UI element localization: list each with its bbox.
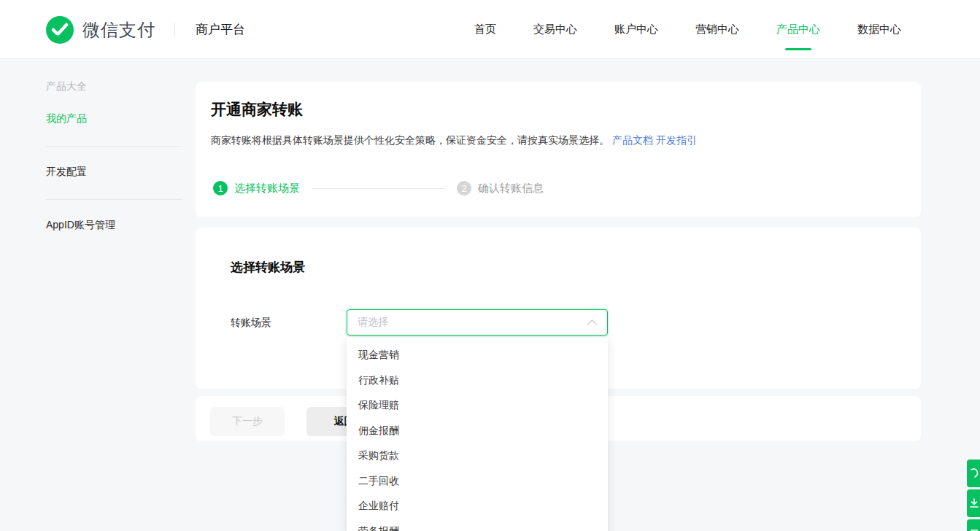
check-icon: [51, 23, 69, 37]
page-title: 开通商家转账: [211, 99, 303, 120]
nav-item-data-center[interactable]: 数据中心: [857, 23, 901, 36]
sidebar-item-dev-config[interactable]: 开发配置: [46, 166, 185, 179]
step-connector: [312, 188, 445, 189]
description-text: 商家转账将根据具体转账场景提供个性化安全策略，保证资金安全，请按真实场景选择。: [211, 134, 609, 146]
select-placeholder: 请选择: [358, 316, 590, 329]
option-enterprise-compensation[interactable]: 企业赔付: [347, 494, 608, 519]
arrow-download-icon: [969, 497, 979, 509]
next-step-button[interactable]: 下一步: [210, 407, 285, 436]
sidebar-divider: [46, 199, 182, 200]
floating-widget-stack: [967, 460, 980, 531]
sidebar: 产品大全 我的产品 开发配置 AppID账号管理: [46, 59, 185, 232]
nav-item-home[interactable]: 首页: [474, 23, 496, 36]
step-1-label: 选择转账场景: [234, 182, 300, 195]
wechat-pay-logo-icon: [46, 16, 74, 44]
brand-wordmark: 微信支付: [82, 18, 155, 42]
dev-guide-link[interactable]: 开发指引: [656, 134, 697, 146]
option-secondhand-recycle[interactable]: 二手回收: [347, 469, 608, 495]
step-1-dot: 1: [213, 181, 228, 195]
intro-card: 开通商家转账 商家转账将根据具体转账场景提供个性化安全策略，保证资金安全，请按真…: [196, 82, 921, 217]
partial-widget-icon: [969, 527, 979, 531]
option-commission-pay[interactable]: 佣金报酬: [347, 419, 608, 444]
top-header: 微信支付 商户平台 首页 交易中心 账户中心 营销中心 产品中心 数据中心: [0, 0, 980, 59]
sidebar-section-product-catalog: 产品大全: [46, 80, 185, 93]
feedback-widget[interactable]: [967, 489, 980, 517]
customer-service-icon: [969, 468, 979, 479]
sidebar-item-appid-management[interactable]: AppID账号管理: [46, 219, 185, 232]
step-2-label: 确认转账信息: [478, 182, 544, 195]
option-labor-remuneration[interactable]: 劳务报酬: [347, 519, 608, 531]
product-doc-link[interactable]: 产品文档: [612, 134, 653, 146]
nav-item-account-center[interactable]: 账户中心: [614, 23, 658, 36]
option-procurement-payment[interactable]: 采购货款: [347, 443, 608, 469]
sidebar-divider: [46, 146, 182, 147]
nav-item-product-center[interactable]: 产品中心: [776, 23, 820, 36]
brand: 微信支付 商户平台: [46, 0, 245, 59]
transfer-scene-label: 转账场景: [231, 317, 271, 330]
page-description: 商家转账将根据具体转账场景提供个性化安全策略，保证资金安全，请按真实场景选择。产…: [211, 134, 697, 147]
sidebar-item-my-products[interactable]: 我的产品: [46, 112, 185, 125]
transfer-scene-dropdown: 现金营销 行政补贴 保险理赔 佣金报酬 采购货款 二手回收 企业赔付 劳务报酬: [347, 338, 608, 531]
nav-item-trade-center[interactable]: 交易中心: [533, 23, 577, 36]
partial-widget[interactable]: [967, 519, 980, 531]
option-cash-marketing[interactable]: 现金营销: [347, 343, 608, 368]
option-insurance-claim[interactable]: 保险理赔: [347, 393, 608, 419]
form-heading: 选择转账场景: [231, 259, 305, 276]
option-admin-subsidy[interactable]: 行政补贴: [347, 368, 608, 394]
brand-divider: [174, 23, 175, 37]
step-indicator: 1 选择转账场景 2 确认转账信息: [213, 181, 544, 195]
nav-item-marketing-center[interactable]: 营销中心: [695, 23, 739, 36]
step-2-dot: 2: [457, 181, 471, 195]
customer-service-widget[interactable]: [967, 460, 980, 487]
platform-title: 商户平台: [196, 21, 245, 38]
transfer-scene-select[interactable]: 请选择: [347, 309, 608, 336]
top-nav: 首页 交易中心 账户中心 营销中心 产品中心 数据中心: [474, 0, 901, 59]
